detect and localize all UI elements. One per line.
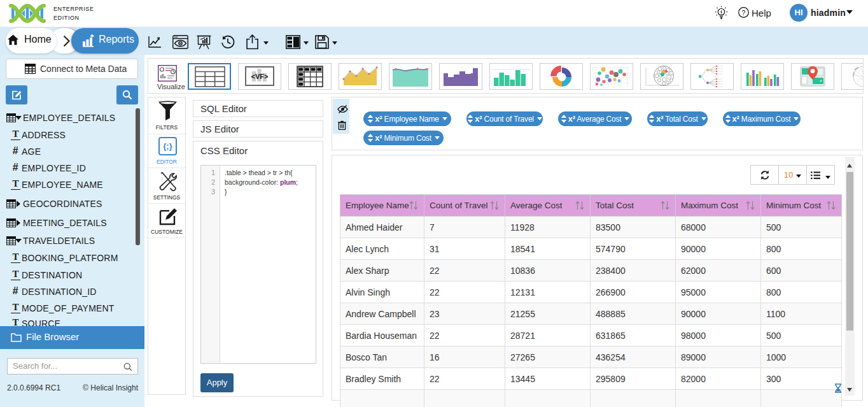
svg-text:?: ?: [742, 9, 746, 17]
svg-text:<VF>: <VF>: [251, 73, 269, 80]
